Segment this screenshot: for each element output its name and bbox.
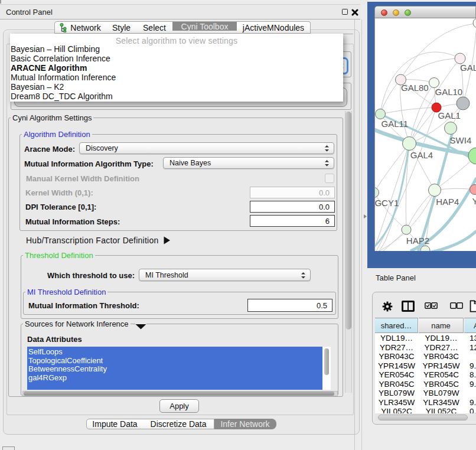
svg-text:GAL11: GAL11 — [382, 119, 409, 129]
svg-text:SWI4: SWI4 — [450, 135, 472, 145]
svg-text:GAL1: GAL1 — [438, 110, 461, 120]
svg-text:Y: Y — [472, 196, 476, 206]
svg-text:HAP2: HAP2 — [406, 236, 429, 246]
svg-text:GAL7: GAL7 — [460, 63, 476, 73]
svg-text:GAL80: GAL80 — [401, 83, 429, 93]
svg-text:GCY1: GCY1 — [375, 198, 399, 208]
svg-text:GAL10: GAL10 — [435, 87, 463, 97]
svg-text:HAP4: HAP4 — [436, 197, 459, 207]
svg-text:GAL4: GAL4 — [410, 150, 433, 160]
